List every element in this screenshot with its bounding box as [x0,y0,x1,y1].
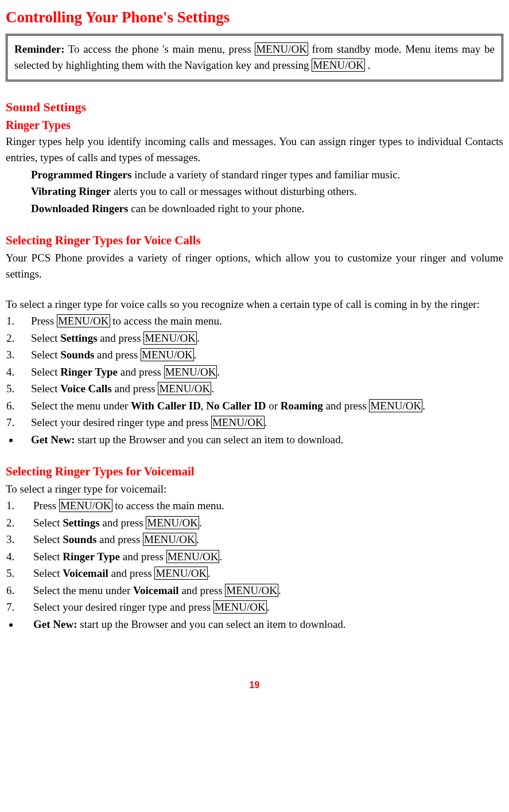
step-bold: Voice Calls [60,382,112,395]
step-item: Select Voice Calls and press MENU/OK. [17,381,503,397]
step-bold: Roaming [281,400,323,412]
getnew-list: Get New: start up the Browser and you ca… [6,432,503,448]
step-text: Select [33,551,63,563]
step-text: Press [31,315,57,327]
ringer-item-text: alerts you to call or messages without d… [111,185,356,197]
step-text: . [196,533,199,545]
step-bold: Ringer Type [63,551,120,563]
getnew-item: Get New: start up the Browser and you ca… [20,616,503,633]
voice-calls-intro1: Your PCS Phone provides a variety of rin… [6,250,503,283]
step-bold: Sounds [63,533,96,545]
getnew-label: Get New: [33,618,77,630]
step-text: and press [108,567,155,579]
getnew-text: start up the Browser and you can select … [77,618,346,630]
voicemail-intro: To select a ringer type for voicemail: [6,481,503,498]
step-text: Select [31,366,60,378]
step-bold: With Caller ID [131,400,201,412]
step-text: . [194,349,197,361]
getnew-list: Get New: start up the Browser and you ca… [6,616,503,633]
step-text: and press [100,517,146,529]
reminder-box: Reminder: To access the phone 's main me… [6,34,503,81]
step-text: and press [179,584,226,596]
step-text: Press [33,499,59,512]
step-bold: Voicemail [133,584,179,596]
step-text: . [211,382,214,395]
step-bold: Sounds [60,349,94,361]
step-text: Select [31,332,60,344]
menu-ok-key: MENU/OK [158,382,211,395]
step-text: Select [31,349,60,361]
getnew-text: start up the Browser and you can select … [75,434,344,446]
ringer-types-list: Programmed Ringers include a variety of … [6,167,503,217]
step-text: Select the menu under [31,400,131,412]
step-text: . [422,400,425,412]
step-text: Select your desired ringer type and pres… [31,416,211,428]
step-bold: Settings [63,517,99,529]
step-text: and press [112,382,158,395]
menu-ok-key: MENU/OK [211,416,265,429]
step-item: Select Ringer Type and press MENU/OK. [17,549,503,565]
step-text: . [217,366,220,378]
voice-calls-steps: Press MENU/OK to access the main menu. S… [6,313,503,431]
step-text: and press [98,332,144,344]
ringer-types-intro: Ringer types help you identify incoming … [6,134,503,166]
step-text: Select [33,517,63,529]
step-text: . [278,584,281,596]
ringer-item-text: can be downloaded right to your phone. [128,202,304,214]
menu-ok-key: MENU/OK [255,42,308,56]
step-text: and press [323,400,370,412]
menu-ok-key: MENU/OK [312,58,365,72]
voicemail-heading: Selecting Ringer Types for Voicemail [6,463,503,481]
step-text: Select the menu under [33,584,133,596]
step-bold: No Caller ID [206,400,266,412]
step-bold: Settings [60,332,97,344]
step-text: Select [31,382,60,395]
step-item: Select the menu under With Caller ID, No… [17,398,503,415]
step-text: . [208,567,211,579]
step-bold: Ringer Type [60,366,118,378]
step-text: and press [120,551,166,563]
menu-ok-key: MENU/OK [166,550,220,563]
menu-ok-key: MENU/OK [225,584,278,597]
step-text: . [219,551,222,563]
list-item: Downloaded Ringers can be downloaded rig… [6,201,503,217]
menu-ok-key: MENU/OK [213,600,267,614]
menu-ok-key: MENU/OK [164,365,217,378]
menu-ok-key: MENU/OK [146,516,199,529]
page-number: 19 [6,678,503,692]
step-item: Press MENU/OK to access the main menu. [17,498,503,514]
sound-settings-heading: Sound Settings [6,97,503,116]
step-bold: Voicemail [63,567,108,579]
step-item: Select Sounds and press MENU/OK. [17,532,503,548]
step-text: and press [118,366,164,378]
step-text: . [265,416,267,428]
list-item: Programmed Ringers include a variety of … [6,167,503,184]
menu-ok-key: MENU/OK [143,331,197,345]
step-text: . [197,332,200,344]
step-text: . [199,517,202,529]
step-item: Press MENU/OK to access the main menu. [17,313,503,330]
ringer-item-label: Vibrating Ringer [31,185,111,197]
menu-ok-key: MENU/OK [154,567,208,580]
list-item: Vibrating Ringer alerts you to call or m… [6,184,503,200]
step-item: Select the menu under Voicemail and pres… [17,583,503,599]
menu-ok-key: MENU/OK [57,314,110,327]
ringer-types-heading: Ringer Types [6,116,503,134]
ringer-item-label: Downloaded Ringers [31,202,128,214]
getnew-item: Get New: start up the Browser and you ca… [20,432,503,448]
step-text: to access the main menu. [112,499,224,512]
step-item: Select your desired ringer type and pres… [17,415,503,431]
step-text: Select [33,567,63,579]
menu-ok-key: MENU/OK [143,533,196,546]
step-item: Select Voicemail and press MENU/OK. [17,565,503,582]
reminder-label: Reminder: [14,43,65,55]
reminder-pre: To access the phone 's main menu, press [65,43,255,55]
step-text: Select your desired ringer type and pres… [33,601,213,613]
menu-ok-key: MENU/OK [369,399,422,412]
menu-ok-key: MENU/OK [59,499,112,512]
step-item: Select your desired ringer type and pres… [17,599,503,616]
step-text: , [201,400,207,412]
step-text: and press [96,533,143,545]
step-item: Select Settings and press MENU/OK. [17,330,503,347]
page-title: Controlling Your Phone's Settings [6,6,503,29]
